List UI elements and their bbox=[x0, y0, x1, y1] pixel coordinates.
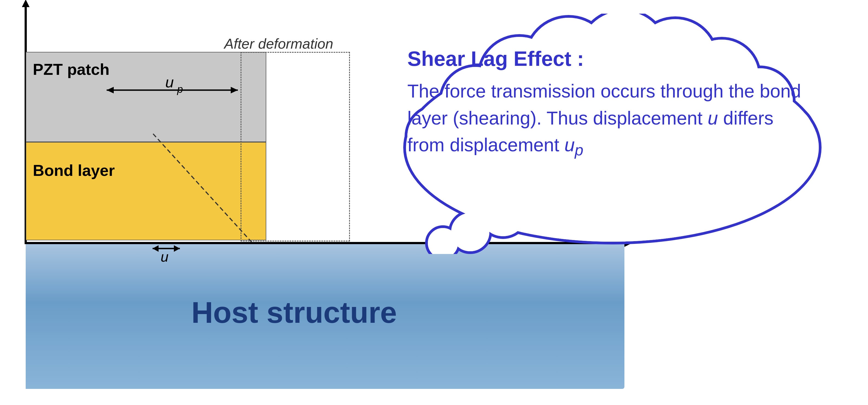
after-deformation-label: After deformation bbox=[224, 35, 333, 52]
pzt-patch-label: PZT patch bbox=[33, 60, 110, 78]
diagonal-shear-line bbox=[153, 134, 262, 246]
svg-marker-2 bbox=[106, 87, 114, 93]
svg-text:u: u bbox=[165, 73, 174, 91]
u-displacement-arrow: u bbox=[150, 240, 185, 262]
svg-marker-8 bbox=[174, 245, 180, 252]
cloud-text-container: Shear Lag Effect : The force transmissio… bbox=[407, 44, 804, 161]
svg-line-0 bbox=[153, 134, 251, 242]
svg-text:u: u bbox=[161, 249, 169, 265]
up-displacement-arrow: u p bbox=[104, 79, 246, 101]
cloud-title: Shear Lag Effect : bbox=[407, 44, 804, 74]
svg-text:p: p bbox=[177, 83, 183, 95]
svg-marker-7 bbox=[153, 245, 159, 252]
cloud-body: The force transmission occurs through th… bbox=[407, 77, 804, 161]
diagram-container: PZT patch Bond layer Host structure Afte… bbox=[0, 0, 868, 405]
bond-layer-label: Bond layer bbox=[33, 161, 115, 179]
svg-marker-3 bbox=[231, 87, 238, 93]
host-structure-label: Host structure bbox=[191, 295, 397, 330]
